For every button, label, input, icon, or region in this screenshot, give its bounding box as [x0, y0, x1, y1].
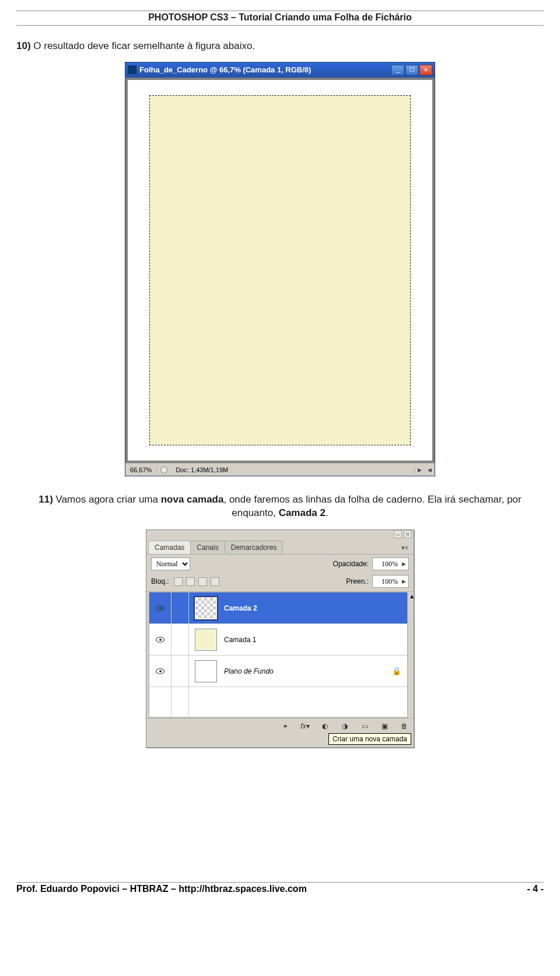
adjustment-icon[interactable]: ◑	[339, 721, 351, 731]
fill-field[interactable]	[373, 577, 400, 587]
step-11-mid: , onde faremos as linhas da folha de cad…	[223, 494, 521, 505]
lock-label: Bloq.:	[151, 577, 169, 585]
visibility-toggle[interactable]	[149, 624, 172, 655]
scroll-up-icon[interactable]: ▴	[410, 592, 414, 600]
tooltip-text: Criar uma nova camada	[328, 733, 411, 745]
lock-paint-icon[interactable]	[186, 577, 195, 586]
opacity-label: Opacidade:	[333, 560, 369, 568]
step-11-bold1: nova camada	[161, 494, 224, 505]
tab-demarcadores[interactable]: Demarcadores	[225, 541, 284, 554]
lock-all-icon[interactable]	[211, 577, 219, 586]
statusbar-menu-icon[interactable]: ▶	[415, 467, 425, 473]
photoshop-document-window: Folha_de_Caderno @ 66,7% (Camada 1, RGB/…	[125, 62, 435, 476]
new-layer-icon[interactable]: ▣	[379, 721, 390, 731]
layers-panel: – × Camadas Canais Demarcadores ▾≡ Norma…	[146, 529, 414, 748]
step-10-text: 10) O resultado deve ficar semelhante à …	[16, 40, 544, 53]
link-layers-icon[interactable]: ⚭	[279, 721, 291, 731]
zoom-readout[interactable]: 66,67%	[125, 466, 157, 473]
opacity-stepper-icon[interactable]: ▶	[400, 561, 408, 567]
fill-stepper-icon[interactable]: ▶	[400, 578, 408, 584]
opacity-field[interactable]	[373, 559, 400, 569]
eye-icon	[156, 637, 164, 643]
layer-row-camada1[interactable]: Camada 1	[149, 624, 407, 656]
titlebar: Folha_de_Caderno @ 66,7% (Camada 1, RGB/…	[125, 62, 435, 78]
mask-icon[interactable]: ◐	[319, 721, 331, 731]
step-11-pre: Vamos agora criar uma	[53, 494, 161, 505]
layer-name[interactable]: Plano de Fundo	[224, 667, 274, 675]
minimize-button[interactable]: _	[391, 65, 404, 75]
visibility-empty	[149, 687, 172, 717]
step-10-body: O resultado deve ficar semelhante à figu…	[31, 40, 256, 51]
doc-info: Doc: 1,43M/1,19M	[171, 466, 415, 473]
step-11-number: 11)	[38, 494, 53, 505]
link-col	[172, 656, 189, 686]
link-col	[172, 592, 189, 623]
tooltip: Criar uma nova camada	[149, 733, 411, 745]
blend-mode-select[interactable]: Normal	[151, 557, 190, 570]
fill-input[interactable]: ▶	[372, 575, 409, 588]
step-10-number: 10)	[16, 40, 31, 51]
lock-row: Bloq.: Preen.: ▶	[146, 573, 414, 592]
layer-thumb-white	[195, 660, 217, 682]
layer-row-empty	[149, 687, 407, 717]
layer-thumb-transparent	[195, 597, 217, 619]
opacity-input[interactable]: ▶	[372, 557, 409, 570]
step-11-bold2: Camada 2	[279, 507, 326, 518]
tab-canais[interactable]: Canais	[190, 541, 225, 554]
panel-close-icon[interactable]: ×	[404, 530, 412, 538]
statusbar: 66,67% Doc: 1,43M/1,19M ▶ ◀	[125, 463, 435, 476]
visibility-toggle[interactable]	[149, 592, 172, 623]
footer-left: Prof. Eduardo Popovici – HTBRAZ – http:/…	[16, 884, 307, 894]
blend-row: Normal Opacidade: ▶	[146, 555, 414, 573]
layers-list: Camada 2 Camada 1	[149, 592, 408, 718]
step-11-text: 11) Vamos agora criar uma nova camada, o…	[16, 493, 544, 520]
trash-icon[interactable]: 🗑	[398, 721, 410, 731]
eye-icon	[156, 605, 164, 611]
scroll-left-icon[interactable]: ◀	[425, 467, 435, 473]
statusbar-icon	[160, 466, 167, 473]
layers-scrollbar[interactable]: ▴	[410, 592, 414, 718]
fx-icon[interactable]: fx▾	[299, 721, 311, 731]
selection-marquee	[149, 95, 411, 445]
layer-row-camada2[interactable]: Camada 2	[149, 592, 407, 624]
document-canvas[interactable]	[128, 80, 432, 461]
layer-name[interactable]: Camada 2	[224, 604, 257, 612]
layer-row-background[interactable]: Plano de Fundo 🔒	[149, 656, 407, 687]
visibility-toggle[interactable]	[149, 656, 172, 686]
panel-tabs: Camadas Canais Demarcadores ▾≡	[146, 541, 414, 555]
panel-collapse-icon[interactable]: –	[394, 530, 402, 538]
layers-footer: ⚭ fx▾ ◐ ◑ ▭ ▣ 🗑	[146, 718, 414, 733]
ps-app-icon	[128, 65, 136, 74]
header-rule-bottom	[16, 25, 544, 26]
lock-icon: 🔒	[392, 667, 401, 675]
panel-menu-icon[interactable]: ▾≡	[398, 542, 412, 554]
page-footer: Prof. Eduardo Popovici – HTBRAZ – http:/…	[16, 883, 544, 894]
fill-label: Preen.:	[346, 577, 369, 585]
group-icon[interactable]: ▭	[359, 721, 370, 731]
window-title: Folha_de_Caderno @ 66,7% (Camada 1, RGB/…	[139, 65, 391, 74]
canvas-area	[125, 78, 435, 463]
close-button[interactable]: ✕	[419, 65, 432, 75]
layer-thumb-cream	[195, 629, 217, 651]
link-col	[172, 624, 189, 655]
lock-transparent-icon[interactable]	[174, 577, 183, 586]
eye-icon	[156, 668, 164, 674]
step-11-line2-post: .	[326, 507, 328, 518]
layer-name[interactable]: Camada 1	[224, 636, 256, 644]
tab-camadas[interactable]: Camadas	[148, 541, 191, 554]
lock-position-icon[interactable]	[198, 577, 207, 586]
link-col	[172, 687, 189, 717]
maximize-button[interactable]: ☐	[405, 65, 418, 75]
footer-page-number: - 4 -	[527, 884, 544, 894]
step-11-line2-pre: enquanto,	[232, 507, 278, 518]
page-header-title: PHOTOSHOP CS3 – Tutorial Criando uma Fol…	[16, 11, 544, 25]
